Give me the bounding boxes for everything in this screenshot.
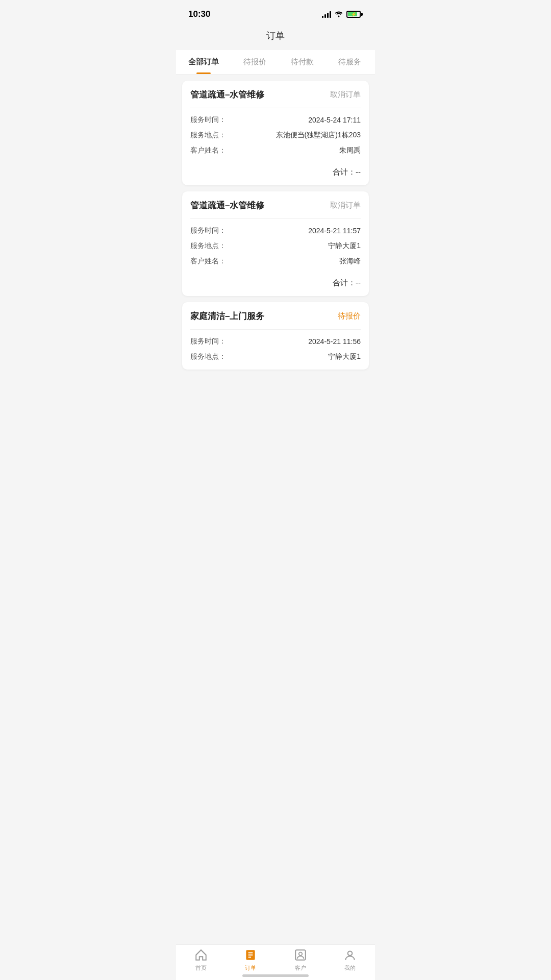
order-card-3: 家庭清洁–上门服务 待报价 服务时间： 2024-5-21 11:56 服务地点… bbox=[182, 302, 369, 370]
tab-pending-quote[interactable]: 待报价 bbox=[231, 50, 279, 74]
tab-serving[interactable]: 服务中 bbox=[373, 50, 375, 74]
nav-orders[interactable]: 订单 bbox=[226, 945, 276, 975]
order-1-time-row: 服务时间： 2024-5-24 17:11 bbox=[190, 115, 361, 125]
order-2-action[interactable]: 取消订单 bbox=[330, 201, 361, 210]
order-2-customer-row: 客户姓名： 张海峰 bbox=[190, 257, 361, 266]
order-2-location-label: 服务地点： bbox=[190, 241, 226, 251]
order-2-location-value: 宁静大厦1 bbox=[328, 241, 361, 251]
signal-icon bbox=[322, 11, 331, 18]
order-3-time-label: 服务时间： bbox=[190, 337, 226, 346]
home-indicator bbox=[242, 974, 309, 977]
order-2-info: 服务时间： 2024-5-21 11:57 服务地点： 宁静大厦1 客户姓名： … bbox=[190, 226, 361, 266]
order-1-location-label: 服务地点： bbox=[190, 131, 226, 140]
tab-pending-service[interactable]: 待服务 bbox=[326, 50, 373, 74]
order-2-customer-value: 张海峰 bbox=[339, 257, 361, 266]
order-1-location-value: 东池便当(独墅湖店)1栋203 bbox=[276, 131, 361, 140]
order-card-1-header: 管道疏通–水管维修 取消订单 bbox=[190, 89, 361, 108]
order-2-footer: 合计：-- bbox=[190, 273, 361, 288]
tab-all-orders[interactable]: 全部订单 bbox=[176, 50, 231, 74]
order-3-title: 家庭清洁–上门服务 bbox=[190, 310, 264, 322]
order-3-location-value: 宁静大厦1 bbox=[328, 352, 361, 361]
order-3-time-value: 2024-5-21 11:56 bbox=[308, 337, 361, 346]
order-1-total: 合计：-- bbox=[333, 167, 361, 177]
order-card-3-header: 家庭清洁–上门服务 待报价 bbox=[190, 310, 361, 330]
page-title: 订单 bbox=[266, 31, 285, 41]
home-icon bbox=[194, 948, 208, 962]
nav-mine-label: 我的 bbox=[344, 964, 356, 972]
order-card-2: 管道疏通–水管维修 取消订单 服务时间： 2024-5-21 11:57 服务地… bbox=[182, 191, 369, 296]
nav-home[interactable]: 首页 bbox=[176, 945, 226, 975]
tab-pending-payment[interactable]: 待付款 bbox=[279, 50, 326, 74]
page-header: 订单 bbox=[176, 26, 375, 50]
order-1-action[interactable]: 取消订单 bbox=[330, 90, 361, 100]
nav-mine[interactable]: 我的 bbox=[325, 945, 375, 975]
order-1-title: 管道疏通–水管维修 bbox=[190, 89, 264, 101]
svg-point-5 bbox=[299, 952, 303, 956]
nav-customers[interactable]: 客户 bbox=[276, 945, 325, 975]
wifi-icon bbox=[334, 10, 343, 19]
order-3-location-row: 服务地点： 宁静大厦1 bbox=[190, 352, 361, 361]
nav-home-label: 首页 bbox=[195, 964, 207, 972]
order-3-info: 服务时间： 2024-5-21 11:56 服务地点： 宁静大厦1 bbox=[190, 337, 361, 361]
order-3-time-row: 服务时间： 2024-5-21 11:56 bbox=[190, 337, 361, 346]
order-3-location-label: 服务地点： bbox=[190, 352, 226, 361]
order-3-action[interactable]: 待报价 bbox=[338, 311, 361, 321]
order-1-footer: 合计：-- bbox=[190, 162, 361, 177]
order-card-2-header: 管道疏通–水管维修 取消订单 bbox=[190, 200, 361, 219]
battery-icon: ⚡ bbox=[346, 11, 363, 18]
order-2-time-row: 服务时间： 2024-5-21 11:57 bbox=[190, 226, 361, 235]
status-time: 10:30 bbox=[188, 9, 210, 19]
svg-point-6 bbox=[348, 951, 353, 955]
order-2-location-row: 服务地点： 宁静大厦1 bbox=[190, 241, 361, 251]
mine-icon bbox=[343, 948, 357, 962]
order-list: 管道疏通–水管维修 取消订单 服务时间： 2024-5-24 17:11 服务地… bbox=[176, 75, 375, 410]
order-1-time-label: 服务时间： bbox=[190, 115, 226, 125]
order-1-customer-value: 朱周禹 bbox=[339, 146, 361, 155]
nav-customers-label: 客户 bbox=[295, 964, 306, 972]
status-icons: ⚡ bbox=[322, 10, 363, 19]
order-2-total: 合计：-- bbox=[333, 278, 361, 288]
nav-orders-label: 订单 bbox=[245, 964, 256, 972]
order-2-customer-label: 客户姓名： bbox=[190, 257, 226, 266]
order-2-title: 管道疏通–水管维修 bbox=[190, 200, 264, 211]
order-1-info: 服务时间： 2024-5-24 17:11 服务地点： 东池便当(独墅湖店)1栋… bbox=[190, 115, 361, 155]
order-card-1: 管道疏通–水管维修 取消订单 服务时间： 2024-5-24 17:11 服务地… bbox=[182, 81, 369, 185]
order-2-time-label: 服务时间： bbox=[190, 226, 226, 235]
order-1-time-value: 2024-5-24 17:11 bbox=[308, 116, 361, 124]
orders-icon bbox=[243, 948, 258, 962]
order-2-time-value: 2024-5-21 11:57 bbox=[308, 227, 361, 235]
status-bar: 10:30 ⚡ bbox=[176, 0, 375, 26]
tab-bar: 全部订单 待报价 待付款 待服务 服务中 bbox=[176, 50, 375, 75]
customers-icon bbox=[293, 948, 308, 962]
order-1-customer-row: 客户姓名： 朱周禹 bbox=[190, 146, 361, 155]
order-1-customer-label: 客户姓名： bbox=[190, 146, 226, 155]
order-1-location-row: 服务地点： 东池便当(独墅湖店)1栋203 bbox=[190, 131, 361, 140]
